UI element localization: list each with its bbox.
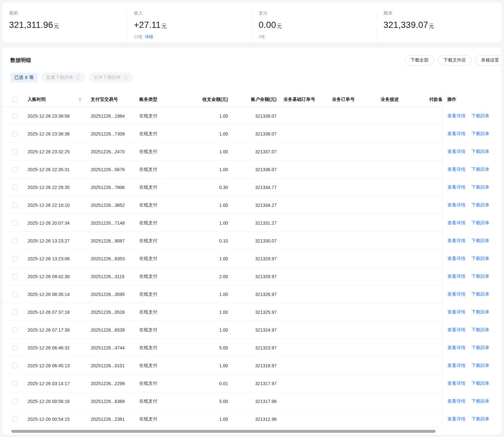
view-detail-link[interactable]: 查看详情 bbox=[447, 167, 465, 172]
row-checkbox[interactable] bbox=[12, 327, 17, 333]
horizontal-scrollbar[interactable] bbox=[11, 430, 436, 433]
income-detail-link[interactable]: 详细 bbox=[145, 34, 153, 39]
download-file-zone-button[interactable]: 下载文件区 bbox=[438, 55, 472, 65]
table-row: 2025-12-26 09:42:30 20251226...3119 在线支付… bbox=[3, 267, 501, 285]
download-receipt-link[interactable]: 下载回单 bbox=[471, 327, 489, 333]
view-detail-link[interactable]: 查看详情 bbox=[447, 220, 465, 226]
download-receipt-link[interactable]: 下载回单 bbox=[471, 345, 489, 351]
cell-account-type: 在线支付 bbox=[134, 327, 181, 333]
cell-account-type: 在线支付 bbox=[134, 167, 181, 172]
cell-amount: 5.00 bbox=[181, 399, 230, 404]
currency-unit: 元 bbox=[277, 23, 282, 29]
row-checkbox[interactable] bbox=[12, 167, 17, 172]
view-detail-link[interactable]: 查看详情 bbox=[447, 345, 465, 351]
cell-account-type: 在线支付 bbox=[134, 256, 181, 262]
batch-download-receipt-button[interactable]: 批量下载回单 i bbox=[41, 73, 85, 82]
download-receipt-link[interactable]: 下载回单 bbox=[471, 167, 489, 172]
view-detail-link[interactable]: 查看详情 bbox=[447, 398, 465, 404]
download-receipt-link[interactable]: 下载回单 bbox=[471, 398, 489, 404]
row-checkbox[interactable] bbox=[12, 274, 17, 279]
select-all-checkbox[interactable] bbox=[12, 97, 17, 102]
row-checkbox[interactable] bbox=[12, 185, 17, 190]
cell-account-type: 在线支付 bbox=[134, 345, 181, 351]
cell-time: 2025-12-26 00:54:15 bbox=[23, 417, 86, 422]
row-checkbox-cell bbox=[3, 381, 23, 386]
view-detail-link[interactable]: 查看详情 bbox=[447, 149, 465, 155]
row-checkbox[interactable] bbox=[12, 399, 17, 404]
cell-amount: 1.00 bbox=[181, 256, 230, 261]
download-receipt-link[interactable]: 下载回单 bbox=[471, 202, 489, 208]
row-checkbox[interactable] bbox=[12, 131, 17, 136]
cell-time: 2025-12-26 13:23:27 bbox=[23, 238, 86, 243]
download-receipt-link[interactable]: 下载回单 bbox=[471, 416, 489, 422]
info-icon[interactable]: i bbox=[76, 75, 80, 80]
cell-txn-id: 20251226...7148 bbox=[86, 220, 134, 226]
summary-ending-balance: 期末 321,339.07元 bbox=[377, 10, 501, 42]
download-all-button[interactable]: 下载全部 bbox=[405, 55, 434, 65]
table-row: 2025-12-26 23:38:36 20251226...7309 在线支付… bbox=[3, 125, 501, 143]
row-checkbox[interactable] bbox=[12, 310, 17, 315]
cell-txn-id: 20251226...3595 bbox=[86, 292, 134, 297]
view-detail-link[interactable]: 查看详情 bbox=[447, 131, 465, 137]
download-receipt-link[interactable]: 下载回单 bbox=[471, 309, 489, 315]
info-icon[interactable]: i bbox=[123, 75, 128, 80]
view-detail-link[interactable]: 查看详情 bbox=[447, 381, 465, 386]
table-row: 2025-12-26 07:37:18 20251226...0528 在线支付… bbox=[3, 303, 501, 321]
row-checkbox[interactable] bbox=[12, 203, 17, 208]
cell-amount: 1.00 bbox=[181, 292, 230, 297]
download-receipt-link[interactable]: 下载回单 bbox=[471, 184, 489, 190]
cell-operations: 查看详情 下载回单 bbox=[442, 143, 501, 160]
column-amount: 收支金额(元) bbox=[181, 97, 230, 102]
view-detail-link[interactable]: 查看详情 bbox=[447, 327, 465, 333]
row-checkbox[interactable] bbox=[12, 417, 17, 422]
view-detail-link[interactable]: 查看详情 bbox=[447, 291, 465, 297]
cell-amount: 1.00 bbox=[181, 363, 230, 368]
table-row: 2025-12-26 22:35:31 20251226...5676 在线支付… bbox=[3, 160, 501, 178]
merge-download-receipt-button[interactable]: 合并下载回单 i bbox=[89, 73, 133, 82]
row-checkbox[interactable] bbox=[12, 292, 17, 297]
cell-operations: 查看详情 下载回单 bbox=[442, 250, 501, 267]
table-row: 2025-12-26 06:45:13 20251226...0101 在线支付… bbox=[3, 357, 501, 374]
download-receipt-link[interactable]: 下载回单 bbox=[471, 256, 489, 262]
download-receipt-link[interactable]: 下载回单 bbox=[471, 220, 489, 226]
view-detail-link[interactable]: 查看详情 bbox=[447, 274, 465, 279]
view-detail-link[interactable]: 查看详情 bbox=[447, 238, 465, 244]
view-detail-link[interactable]: 查看详情 bbox=[447, 256, 465, 262]
download-receipt-link[interactable]: 下载回单 bbox=[471, 131, 489, 137]
view-detail-link[interactable]: 查看详情 bbox=[447, 416, 465, 422]
cell-amount: 1.00 bbox=[181, 327, 230, 333]
row-checkbox[interactable] bbox=[12, 381, 17, 386]
view-detail-link[interactable]: 查看详情 bbox=[447, 309, 465, 315]
view-detail-link[interactable]: 查看详情 bbox=[447, 113, 465, 119]
download-receipt-link[interactable]: 下载回单 bbox=[471, 238, 489, 244]
cell-time: 2025-12-26 07:17:39 bbox=[23, 327, 86, 333]
download-receipt-link[interactable]: 下载回单 bbox=[471, 149, 489, 155]
cell-txn-id: 20251226...9087 bbox=[86, 238, 134, 243]
row-checkbox[interactable] bbox=[12, 345, 17, 350]
cell-balance: 321331.27 bbox=[230, 220, 279, 226]
view-detail-link[interactable]: 查看详情 bbox=[447, 363, 465, 369]
summary-sub: 0笔 bbox=[259, 34, 370, 40]
row-checkbox[interactable] bbox=[12, 220, 17, 226]
download-receipt-link[interactable]: 下载回单 bbox=[471, 113, 489, 119]
row-checkbox[interactable] bbox=[12, 363, 17, 368]
cell-txn-id: 20251226...2470 bbox=[86, 149, 134, 154]
row-checkbox[interactable] bbox=[12, 238, 17, 243]
sort-icon[interactable] bbox=[79, 98, 81, 101]
summary-amount: 321,311.96 bbox=[9, 20, 53, 30]
view-detail-link[interactable]: 查看详情 bbox=[447, 184, 465, 190]
download-receipt-link[interactable]: 下载回单 bbox=[471, 381, 489, 386]
panel-header: 数据明细 下载全部 下载文件区 表格设置 bbox=[3, 55, 501, 65]
cell-balance: 321323.97 bbox=[230, 345, 279, 350]
download-receipt-link[interactable]: 下载回单 bbox=[471, 363, 489, 369]
view-detail-link[interactable]: 查看详情 bbox=[447, 202, 465, 208]
row-checkbox[interactable] bbox=[12, 113, 17, 119]
row-checkbox[interactable] bbox=[12, 256, 17, 261]
table-settings-button[interactable]: 表格设置 bbox=[475, 55, 501, 65]
row-checkbox[interactable] bbox=[12, 149, 17, 154]
cell-account-type: 在线支付 bbox=[134, 309, 181, 315]
download-receipt-link[interactable]: 下载回单 bbox=[471, 291, 489, 297]
cell-txn-id: 20251226...3852 bbox=[86, 203, 134, 208]
cell-account-type: 在线支付 bbox=[134, 202, 181, 208]
download-receipt-link[interactable]: 下载回单 bbox=[471, 274, 489, 279]
